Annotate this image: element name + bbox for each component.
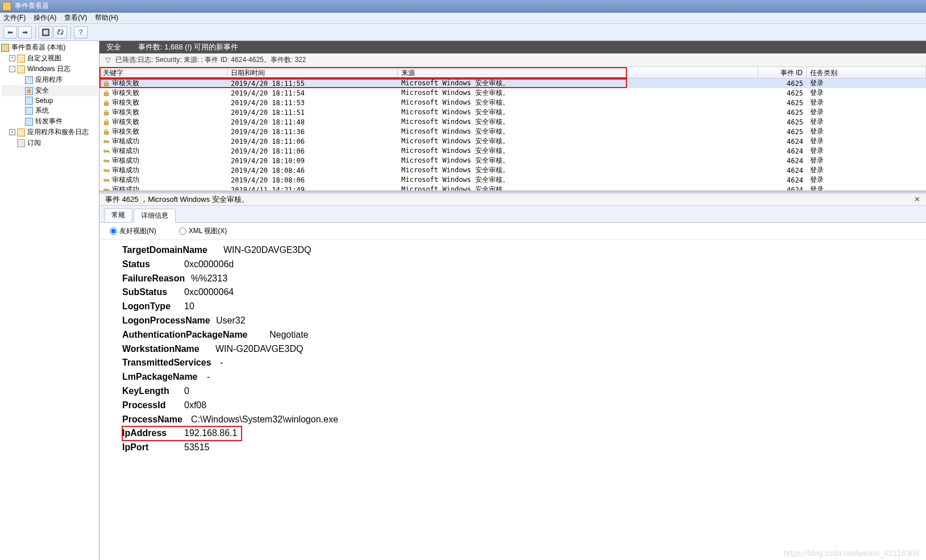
log-icon	[25, 76, 33, 84]
toolbar-sep	[35, 26, 36, 39]
col-datetime[interactable]: 日期和时间	[227, 67, 398, 78]
radio-xml-view[interactable]: XML 视图(X)	[179, 226, 227, 236]
svg-rect-8	[108, 141, 109, 143]
detail-field: IpPort53515	[122, 441, 911, 455]
pane-button[interactable]: 🔲	[39, 26, 52, 39]
table-row[interactable]: 审核失败2019/4/20 18:11:48Microsoft Windows …	[99, 117, 926, 127]
tree-windows-logs[interactable]: - Windows 日志	[1, 64, 98, 74]
back-button[interactable]: ⬅	[3, 26, 17, 39]
detail-field: KeyLength0	[122, 384, 911, 399]
svg-rect-1	[104, 93, 109, 96]
row-datetime: 2019/4/20 18:11:36	[227, 128, 398, 136]
close-detail-icon[interactable]: ✕	[914, 195, 920, 204]
grid-header: 关键字 日期和时间 来源 事件 ID 任务类别	[99, 67, 926, 78]
svg-rect-2	[104, 102, 109, 105]
radio-xml-input[interactable]	[179, 227, 186, 235]
refresh-button[interactable]: 🗘	[53, 26, 67, 39]
col-keyword[interactable]: 关键字	[99, 67, 227, 78]
forward-button[interactable]: ➡	[18, 26, 32, 39]
tree-system[interactable]: 系统	[1, 105, 98, 116]
tree-security[interactable]: 安全	[1, 85, 98, 96]
expand-icon[interactable]: +	[9, 55, 15, 61]
table-row[interactable]: 审核成功2019/4/20 18:11:06Microsoft Windows …	[99, 136, 926, 146]
detail-field-value: 10	[184, 300, 194, 314]
folder-icon	[17, 55, 25, 63]
table-row[interactable]: 审核失败2019/4/20 18:11:54Microsoft Windows …	[99, 88, 926, 98]
detail-body[interactable]: TargetDomainNameWIN-G20DAVGE3DQStatus0xc…	[99, 240, 926, 560]
detail-field-key: LmPackageName	[122, 370, 206, 384]
row-source: Microsoft Windows 安全审核。	[398, 117, 758, 127]
table-row[interactable]: 审核失败2019/4/20 18:11:36Microsoft Windows …	[99, 127, 926, 136]
col-task[interactable]: 任务类别	[807, 67, 926, 78]
tree-forwarded[interactable]: 转发事件	[1, 116, 98, 127]
tab-details[interactable]: 详细信息	[134, 209, 176, 223]
detail-field-value: 53515	[184, 441, 210, 455]
tree-app-services[interactable]: + 应用程序和服务日志	[1, 127, 98, 138]
tree-root-label: 事件查看器 (本地)	[11, 43, 65, 52]
col-eventid[interactable]: 事件 ID	[758, 67, 807, 78]
tree-appsvc-label: 应用程序和服务日志	[27, 127, 89, 137]
detail-field-value: C:\Windows\System32\winlogon.exe	[191, 413, 338, 427]
content-title: 安全	[106, 42, 121, 52]
menu-help[interactable]: 帮助(H)	[95, 13, 118, 23]
menu-action[interactable]: 操作(A)	[34, 13, 56, 23]
table-row[interactable]: 审核失败2019/4/20 18:11:53Microsoft Windows …	[99, 98, 926, 107]
svg-rect-11	[108, 151, 109, 152]
row-eventid: 4625	[758, 128, 807, 136]
row-task: 登录	[807, 165, 926, 175]
tree-subs-label: 订阅	[27, 138, 41, 148]
row-eventid: 4624	[758, 186, 807, 191]
detail-tabs: 常规 详细信息	[99, 206, 926, 223]
table-row[interactable]: 审核失败2019/4/20 18:11:55Microsoft Windows …	[99, 78, 926, 88]
detail-field: FailureReason%%2313	[122, 272, 911, 286]
expand-icon[interactable]: +	[9, 129, 15, 135]
detail-field-value: 192.168.86.1	[184, 426, 237, 441]
table-row[interactable]: 审核失败2019/4/20 18:11:51Microsoft Windows …	[99, 107, 926, 117]
row-eventid: 4625	[758, 80, 807, 88]
lock-icon	[103, 80, 110, 87]
detail-field: TransmittedServices-	[122, 356, 911, 370]
detail-field-value: -	[207, 370, 210, 384]
tree-setup[interactable]: Setup	[1, 96, 98, 105]
table-row[interactable]: 审核成功2019/4/20 18:08:46Microsoft Windows …	[99, 165, 926, 175]
row-source: Microsoft Windows 安全审核。	[398, 185, 758, 190]
svg-rect-23	[108, 189, 109, 190]
tree-root[interactable]: 事件查看器 (本地)	[1, 42, 98, 53]
row-datetime: 2019/4/20 18:11:53	[227, 99, 398, 107]
collapse-icon[interactable]: -	[9, 66, 15, 72]
detail-field-value: 0xc000006d	[184, 258, 234, 272]
col-source[interactable]: 来源	[398, 67, 758, 78]
detail-field: LogonProcessNameUser32	[122, 314, 911, 328]
radio-xml-label: XML 视图(X)	[189, 226, 227, 236]
detail-field: ProcessId0xf08	[122, 399, 911, 413]
toolbar-sep	[70, 26, 72, 39]
row-keyword: 审核失败	[112, 107, 139, 117]
help-button[interactable]: ?	[74, 26, 88, 39]
tree-application[interactable]: 应用程序	[1, 74, 98, 85]
grid-body[interactable]: 审核失败2019/4/20 18:11:55Microsoft Windows …	[99, 78, 926, 190]
detail-field: Status0xc000006d	[122, 258, 911, 272]
key-icon	[103, 177, 110, 184]
radio-friendly-input[interactable]	[110, 227, 117, 235]
table-row[interactable]: 审核成功2019/4/11 14:21:49Microsoft Windows …	[99, 185, 926, 190]
lock-icon	[103, 109, 110, 116]
tab-general[interactable]: 常规	[104, 208, 132, 222]
table-row[interactable]: 审核成功2019/4/20 18:11:06Microsoft Windows …	[99, 146, 926, 156]
table-row[interactable]: 审核成功2019/4/20 18:08:06Microsoft Windows …	[99, 175, 926, 185]
detail-field: ProcessNameC:\Windows\System32\winlogon.…	[122, 413, 911, 427]
tree-custom-views[interactable]: + 自定义视图	[1, 53, 98, 64]
event-grid: 关键字 日期和时间 来源 事件 ID 任务类别 审核失败2019/4/20 18…	[99, 67, 926, 191]
row-source: Microsoft Windows 安全审核。	[398, 88, 758, 98]
tree-subscriptions[interactable]: 订阅	[1, 138, 98, 148]
table-row[interactable]: 审核成功2019/4/20 18:10:09Microsoft Windows …	[99, 156, 926, 165]
row-task: 登录	[807, 117, 926, 127]
detail-field-value: -	[220, 356, 223, 370]
row-keyword: 审核失败	[112, 78, 139, 88]
security-icon	[25, 87, 33, 95]
menu-file[interactable]: 文件(F)	[3, 13, 26, 23]
row-datetime: 2019/4/20 18:08:46	[227, 167, 398, 175]
radio-friendly-view[interactable]: 友好视图(N)	[110, 226, 156, 236]
menu-view[interactable]: 查看(V)	[64, 13, 87, 23]
row-task: 登录	[807, 107, 926, 117]
row-keyword: 审核失败	[112, 98, 139, 107]
